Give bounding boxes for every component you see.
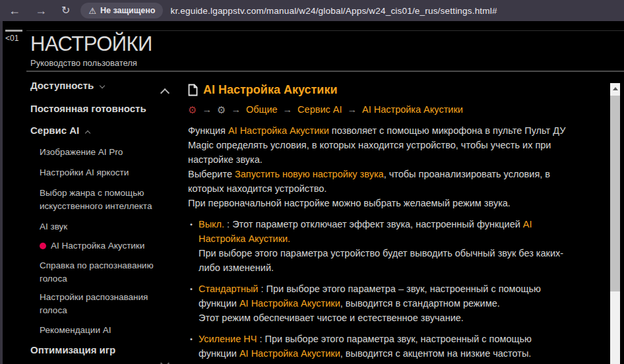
site-security-chip[interactable]: ⚠ Не защищено [80, 3, 163, 18]
sidebar-item-optimizatsiya-igr[interactable]: Оптимизация игр [30, 344, 188, 356]
sidebar-item-vybor-zhanra[interactable]: Выбор жанра с помощью искусственного инт… [40, 187, 166, 213]
sidebar-item-postoyannaya-gotovnost[interactable]: Постоянная готовность [30, 102, 188, 115]
article-title: AI Настройка Акустики [203, 83, 337, 97]
address-bar[interactable]: kr.eguide.lgappstv.com/manual/w24/global… [170, 6, 497, 16]
gear-icon[interactable]: ⚙ [217, 105, 226, 115]
sidebar-item-ai-nastroyka-akustiki-selected[interactable]: AI Настройка Акустики [40, 239, 166, 253]
article-title-row: AI Настройка Акустики [188, 83, 604, 97]
sidebar-item-spravka-raspoznavanie[interactable]: Справка по распознаванию голоса [40, 259, 166, 286]
header-top-rule [26, 30, 624, 31]
sidebar-item-servis-ai[interactable]: Сервис AI [30, 124, 188, 136]
breadcrumb: ⚙ → ⚙ → Общие → Сервис AI → AI Настройка… [188, 104, 604, 115]
page-subtitle: Руководство пользователя [30, 58, 137, 68]
window-edge [0, 21, 3, 364]
list-item-vykl: Выкл. : Этот параметр отключает эффект з… [189, 217, 571, 275]
sidebar-item-ai-zvuk[interactable]: AI звук [40, 220, 166, 233]
chevron-down-icon [100, 83, 105, 88]
article-paragraph: Функция AI Настройка Акустики позволяет … [188, 123, 571, 167]
selected-dot-icon [40, 243, 46, 249]
list-item-usilenie-nch: Усиление НЧ : При выборе этого параметра… [189, 332, 571, 361]
document-icon [188, 84, 198, 96]
list-item-standartnyy: Стандартный : При выборе этого параметра… [189, 282, 571, 325]
browser-window: ← → ↻ ⚠ Не защищено kr.eguide.lgappstv.c… [0, 0, 624, 364]
breadcrumb-link-obshchie[interactable]: Общие [246, 104, 278, 115]
sidebar-scroll-down-icon[interactable] [160, 359, 170, 364]
breadcrumb-link-servis-ai[interactable]: Сервис AI [297, 104, 342, 115]
sidebar-item-nastroyki-raspoznavaniya[interactable]: Настройки распознавания голоса [40, 291, 166, 317]
breadcrumb-arrow-icon: → [231, 104, 241, 115]
article-paragraph: Выберите Запустить новую настройку звука… [188, 167, 571, 196]
options-list: Выкл. : Этот параметр отключает эффект з… [188, 217, 571, 364]
page-marker: <01 [5, 34, 18, 43]
page-marker-bar [5, 30, 22, 32]
settings-gear-red-icon[interactable]: ⚙ [188, 105, 197, 115]
article-paragraph: При первоначальной настройке можно выбра… [188, 196, 571, 210]
sidebar-item-rekomendatsii-ai[interactable]: Рекомендации AI [40, 324, 166, 337]
security-label: Не защищено [100, 6, 155, 15]
sidebar-item-izobrazhenie-ai-pro[interactable]: Изображение AI Pro [40, 146, 166, 159]
browser-toolbar: ← → ↻ ⚠ Не защищено kr.eguide.lgappstv.c… [0, 0, 624, 21]
scrollbar-thumb[interactable] [610, 96, 620, 291]
scroll-up-button[interactable] [610, 83, 620, 94]
forward-icon[interactable]: → [35, 5, 47, 16]
breadcrumb-arrow-icon: → [347, 104, 357, 115]
sidebar: Доступность Постоянная готовность Сервис… [26, 74, 188, 364]
page-title: НАСТРОЙКИ [30, 32, 152, 56]
article: AI Настройка Акустики ⚙ → ⚙ → Общие → Се… [188, 74, 604, 364]
breadcrumb-link-ai-nastroyka-akustiki[interactable]: AI Настройка Акустики [362, 104, 463, 115]
scrollbar[interactable] [610, 83, 620, 364]
warning-icon: ⚠ [88, 6, 96, 16]
header-divider [26, 71, 624, 72]
scroll-up-arrow-icon [613, 87, 618, 90]
breadcrumb-arrow-icon: → [202, 104, 212, 115]
back-icon[interactable]: ← [9, 5, 20, 16]
sidebar-item-nastroyki-ai-yarkosti[interactable]: Настройки AI яркости [40, 166, 166, 179]
reload-icon[interactable]: ↻ [61, 5, 70, 16]
breadcrumb-arrow-icon: → [283, 104, 293, 115]
chevron-up-icon [85, 131, 90, 136]
